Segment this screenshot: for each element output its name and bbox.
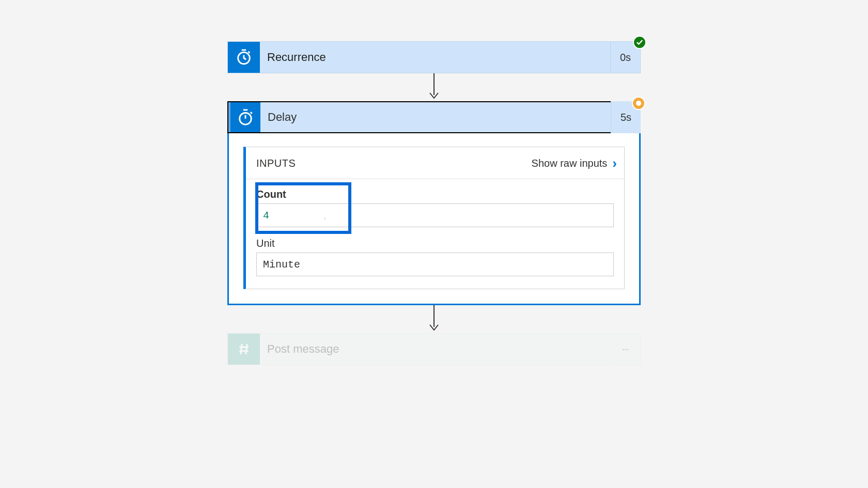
clock-icon (228, 42, 260, 73)
step-title: Recurrence (260, 42, 610, 73)
count-value: 4 (263, 210, 269, 222)
unit-label: Unit (256, 238, 614, 249)
unit-value-box[interactable]: Minute (256, 253, 614, 276)
svg-line-9 (241, 344, 242, 354)
inputs-section: INPUTS Show raw inputs › Count 4 (243, 147, 625, 289)
delay-panel-body: INPUTS Show raw inputs › Count 4 (229, 133, 639, 304)
status-running-icon (632, 97, 645, 110)
step-post-message[interactable]: Post message -- (227, 333, 641, 365)
step-recurrence[interactable]: Recurrence 0s (227, 41, 641, 73)
step-duration: -- (610, 334, 640, 365)
connector-arrow (227, 73, 641, 101)
unit-value: Minute (263, 259, 300, 271)
step-delay-header[interactable]: Delay 5s (227, 101, 641, 133)
svg-point-2 (240, 113, 252, 125)
count-value-box[interactable]: 4 (256, 203, 614, 227)
status-success-icon (633, 36, 646, 49)
count-label: Count (256, 188, 614, 200)
text-cursor-icon (324, 211, 326, 226)
step-title: Post message (260, 334, 610, 365)
show-raw-inputs-link[interactable]: Show raw inputs › (532, 155, 617, 171)
step-delay-expanded: Delay 5s INPUTS Show raw inputs › Count (227, 101, 641, 305)
step-title: Delay (260, 102, 611, 132)
unit-field-group: Unit Minute (256, 238, 614, 276)
connector-arrow (227, 305, 641, 333)
stopwatch-icon (228, 102, 260, 132)
chevron-right-icon: › (612, 155, 617, 171)
flow-canvas: Recurrence 0s Delay (0, 0, 868, 488)
hash-icon (228, 334, 260, 365)
flow-column: Recurrence 0s Delay (227, 41, 641, 365)
inputs-label: INPUTS (256, 158, 296, 169)
svg-line-10 (246, 344, 247, 354)
show-raw-inputs-text: Show raw inputs (532, 158, 608, 169)
count-field-group: Count 4 (256, 188, 614, 227)
